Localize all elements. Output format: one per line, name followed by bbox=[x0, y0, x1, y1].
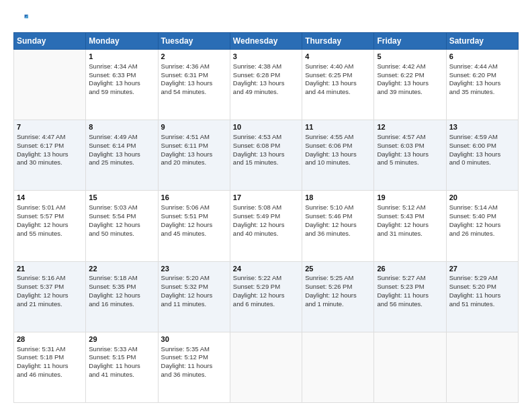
calendar-cell: 1Sunrise: 4:34 AMSunset: 6:33 PMDaylight… bbox=[86, 50, 158, 120]
calendar-cell: 7Sunrise: 4:47 AMSunset: 6:17 PMDaylight… bbox=[14, 120, 86, 191]
weekday-header-friday: Friday bbox=[374, 33, 446, 50]
weekday-header-monday: Monday bbox=[86, 33, 158, 50]
week-row-2: 7Sunrise: 4:47 AMSunset: 6:17 PMDaylight… bbox=[14, 120, 519, 191]
calendar-cell bbox=[14, 50, 86, 120]
calendar-cell bbox=[302, 332, 374, 402]
day-number: 25 bbox=[305, 264, 371, 274]
day-number: 1 bbox=[89, 52, 154, 62]
week-row-4: 21Sunrise: 5:16 AMSunset: 5:37 PMDayligh… bbox=[14, 261, 519, 332]
calendar-cell: 8Sunrise: 4:49 AMSunset: 6:14 PMDaylight… bbox=[86, 120, 158, 191]
day-number: 23 bbox=[161, 264, 227, 274]
calendar-cell: 24Sunrise: 5:22 AMSunset: 5:29 PMDayligh… bbox=[230, 261, 302, 332]
day-number: 27 bbox=[449, 264, 515, 274]
day-number: 7 bbox=[17, 122, 83, 132]
day-number: 20 bbox=[449, 193, 515, 203]
calendar-cell: 4Sunrise: 4:40 AMSunset: 6:25 PMDaylight… bbox=[302, 50, 374, 120]
day-number: 15 bbox=[89, 193, 154, 203]
weekday-header-saturday: Saturday bbox=[446, 33, 518, 50]
calendar-cell: 16Sunrise: 5:06 AMSunset: 5:51 PMDayligh… bbox=[158, 191, 230, 261]
calendar-cell: 10Sunrise: 4:53 AMSunset: 6:08 PMDayligh… bbox=[230, 120, 302, 191]
weekday-header-wednesday: Wednesday bbox=[230, 33, 302, 50]
calendar-cell: 12Sunrise: 4:57 AMSunset: 6:03 PMDayligh… bbox=[374, 120, 446, 191]
calendar-cell: 13Sunrise: 4:59 AMSunset: 6:00 PMDayligh… bbox=[446, 120, 518, 191]
week-row-1: 1Sunrise: 4:34 AMSunset: 6:33 PMDaylight… bbox=[14, 50, 519, 120]
day-number: 26 bbox=[377, 264, 443, 274]
calendar-cell: 9Sunrise: 4:51 AMSunset: 6:11 PMDaylight… bbox=[158, 120, 230, 191]
day-number: 22 bbox=[89, 264, 154, 274]
weekday-header-row: SundayMondayTuesdayWednesdayThursdayFrid… bbox=[14, 33, 519, 50]
calendar-cell: 5Sunrise: 4:42 AMSunset: 6:22 PMDaylight… bbox=[374, 50, 446, 120]
logo bbox=[13, 12, 31, 27]
day-number: 4 bbox=[305, 52, 371, 62]
day-number: 8 bbox=[89, 122, 154, 132]
calendar-cell: 22Sunrise: 5:18 AMSunset: 5:35 PMDayligh… bbox=[86, 261, 158, 332]
calendar-cell: 14Sunrise: 5:01 AMSunset: 5:57 PMDayligh… bbox=[14, 191, 86, 261]
calendar-cell: 17Sunrise: 5:08 AMSunset: 5:49 PMDayligh… bbox=[230, 191, 302, 261]
day-number: 13 bbox=[449, 122, 515, 132]
calendar-cell: 18Sunrise: 5:10 AMSunset: 5:46 PMDayligh… bbox=[302, 191, 374, 261]
weekday-header-thursday: Thursday bbox=[302, 33, 374, 50]
day-number: 14 bbox=[17, 193, 83, 203]
week-row-5: 28Sunrise: 5:31 AMSunset: 5:18 PMDayligh… bbox=[14, 332, 519, 402]
day-number: 17 bbox=[233, 193, 299, 203]
day-number: 12 bbox=[377, 122, 443, 132]
day-number: 24 bbox=[233, 264, 299, 274]
day-number: 3 bbox=[233, 52, 299, 62]
calendar-cell bbox=[446, 332, 518, 402]
calendar-cell: 19Sunrise: 5:12 AMSunset: 5:43 PMDayligh… bbox=[374, 191, 446, 261]
page: SundayMondayTuesdayWednesdayThursdayFrid… bbox=[0, 0, 532, 411]
calendar-cell bbox=[374, 332, 446, 402]
calendar-cell bbox=[230, 332, 302, 402]
calendar-cell: 11Sunrise: 4:55 AMSunset: 6:06 PMDayligh… bbox=[302, 120, 374, 191]
day-number: 5 bbox=[377, 52, 443, 62]
calendar-cell: 6Sunrise: 4:44 AMSunset: 6:20 PMDaylight… bbox=[446, 50, 518, 120]
day-number: 10 bbox=[233, 122, 299, 132]
calendar-cell: 29Sunrise: 5:33 AMSunset: 5:15 PMDayligh… bbox=[86, 332, 158, 402]
logo-icon bbox=[13, 12, 28, 27]
calendar-cell: 27Sunrise: 5:29 AMSunset: 5:20 PMDayligh… bbox=[446, 261, 518, 332]
calendar-cell: 26Sunrise: 5:27 AMSunset: 5:23 PMDayligh… bbox=[374, 261, 446, 332]
day-number: 19 bbox=[377, 193, 443, 203]
day-number: 21 bbox=[17, 264, 83, 274]
calendar-cell: 21Sunrise: 5:16 AMSunset: 5:37 PMDayligh… bbox=[14, 261, 86, 332]
day-number: 18 bbox=[305, 193, 371, 203]
calendar-cell: 15Sunrise: 5:03 AMSunset: 5:54 PMDayligh… bbox=[86, 191, 158, 261]
day-number: 30 bbox=[161, 334, 227, 345]
header bbox=[13, 12, 519, 27]
calendar-cell: 23Sunrise: 5:20 AMSunset: 5:32 PMDayligh… bbox=[158, 261, 230, 332]
weekday-header-sunday: Sunday bbox=[14, 33, 86, 50]
day-number: 11 bbox=[305, 122, 371, 132]
calendar-cell: 3Sunrise: 4:38 AMSunset: 6:28 PMDaylight… bbox=[230, 50, 302, 120]
day-number: 29 bbox=[89, 334, 154, 345]
calendar-cell: 20Sunrise: 5:14 AMSunset: 5:40 PMDayligh… bbox=[446, 191, 518, 261]
calendar-cell: 25Sunrise: 5:25 AMSunset: 5:26 PMDayligh… bbox=[302, 261, 374, 332]
day-number: 9 bbox=[161, 122, 227, 132]
weekday-header-tuesday: Tuesday bbox=[158, 33, 230, 50]
day-number: 16 bbox=[161, 193, 227, 203]
calendar-table: SundayMondayTuesdayWednesdayThursdayFrid… bbox=[13, 32, 519, 403]
day-number: 2 bbox=[161, 52, 227, 62]
week-row-3: 14Sunrise: 5:01 AMSunset: 5:57 PMDayligh… bbox=[14, 191, 519, 261]
calendar-cell: 30Sunrise: 5:35 AMSunset: 5:12 PMDayligh… bbox=[158, 332, 230, 402]
day-number: 28 bbox=[17, 334, 83, 345]
calendar-cell: 28Sunrise: 5:31 AMSunset: 5:18 PMDayligh… bbox=[14, 332, 86, 402]
calendar-cell: 2Sunrise: 4:36 AMSunset: 6:31 PMDaylight… bbox=[158, 50, 230, 120]
day-number: 6 bbox=[449, 52, 515, 62]
